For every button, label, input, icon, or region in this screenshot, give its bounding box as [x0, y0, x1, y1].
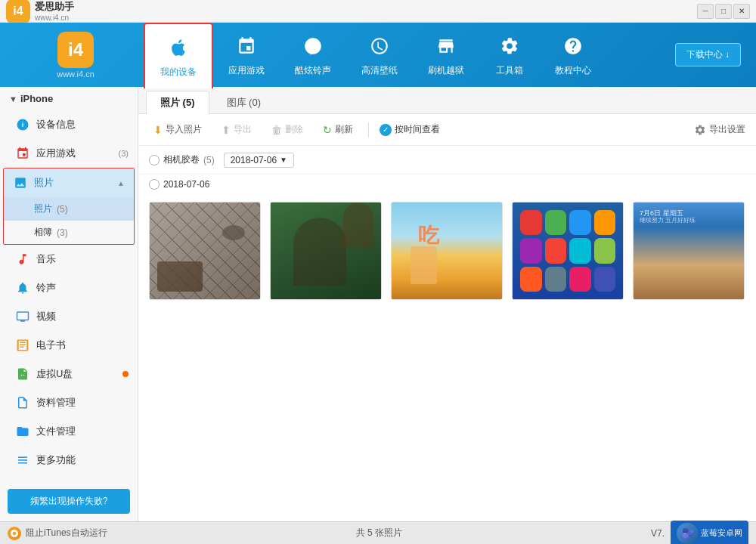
download-center-button[interactable]: 下载中心 ↓: [675, 43, 741, 66]
sidebar-item-music[interactable]: 音乐: [0, 245, 138, 274]
settings-icon: [694, 124, 706, 136]
apple-icon: [165, 34, 192, 61]
ebooks-icon: [15, 338, 30, 353]
sidebar-item-ebooks[interactable]: 电子书: [0, 331, 138, 360]
app-url: www.i4.cn: [35, 14, 74, 22]
nav-item-ringtones[interactable]: 酷炫铃声: [280, 23, 346, 87]
maximize-button[interactable]: □: [715, 4, 732, 19]
nav-item-app-games[interactable]: 应用游戏: [213, 23, 280, 87]
refresh-button[interactable]: ↻ 刷新: [318, 121, 358, 138]
nav-item-label-toolbox: 工具箱: [496, 64, 523, 77]
problem-button[interactable]: 频繁出现操作失败?: [8, 489, 130, 514]
toolbox-icon: [496, 32, 523, 60]
sidebar-more-features-label: 更多功能: [36, 453, 129, 467]
nav-item-wallpaper[interactable]: 高清壁纸: [346, 23, 413, 87]
camera-roll-radio-btn[interactable]: [149, 155, 160, 165]
main-panel: 照片 (5) 图库 (0) ⬇ 导入照片 ⬆ 导出 🗑 删除 ↻: [138, 87, 756, 521]
sidebar-item-data-manage[interactable]: 资料管理: [0, 388, 138, 417]
sidebar-sub-photos-count: (5): [57, 204, 68, 215]
app-logo-icon: i4: [6, 0, 30, 23]
close-button[interactable]: ✕: [733, 4, 750, 19]
logo-area: i4 www.i4.cn: [8, 32, 144, 79]
sidebar-item-virtual-udisk[interactable]: 虚拟U盘: [0, 360, 138, 388]
camera-roll-radio[interactable]: 相机胶卷 (5): [149, 153, 215, 166]
nav-item-my-device[interactable]: 我的设备: [144, 23, 213, 88]
itunes-bar[interactable]: 阻止iTunes自动运行: [8, 527, 107, 540]
nav-item-label-app-games: 应用游戏: [228, 64, 265, 77]
sidebar-photos-label: 照片: [34, 176, 111, 190]
date-radio[interactable]: 2018-07-06: [149, 179, 209, 190]
filter-row: 相机胶卷 (5) 2018-07-06 ▼: [138, 146, 756, 175]
sidebar-item-photos[interactable]: 照片 ▲: [4, 168, 134, 197]
file-manage-icon: [15, 424, 30, 439]
logo-area: 爱思助手 www.i4.cn: [35, 0, 74, 22]
sidebar-videos-label: 视频: [36, 310, 129, 323]
camera-roll-label: 相机胶卷: [163, 153, 200, 166]
sidebar-device-info-label: 设备信息: [36, 118, 129, 131]
ringtones-side-icon: [15, 280, 30, 295]
import-photos-button[interactable]: ⬇ 导入照片: [149, 121, 206, 138]
delete-button[interactable]: 🗑 删除: [267, 121, 308, 138]
virtual-udisk-badge: [122, 371, 129, 377]
mascot-icon: 🫐: [677, 523, 698, 544]
site-badge: 🫐 蓝莓安卓网: [671, 521, 748, 545]
photo-thumb-2[interactable]: [270, 202, 382, 300]
import-icon: ⬇: [153, 124, 163, 136]
date-header: 2018-07-06: [138, 175, 756, 194]
nav-item-tutorials[interactable]: 教程中心: [540, 23, 606, 87]
app-games-icon: [233, 32, 260, 60]
nav-item-toolbox[interactable]: 工具箱: [479, 23, 540, 87]
device-arrow-icon: ▼: [9, 94, 17, 104]
logo-text: i4: [13, 5, 23, 18]
export-settings-button[interactable]: 导出设置: [694, 123, 745, 136]
sidebar-apps-badge: (3): [119, 149, 129, 158]
export-button[interactable]: ⬆ 导出: [217, 121, 256, 138]
videos-icon: [15, 309, 30, 324]
tabs-bar: 照片 (5) 图库 (0): [138, 87, 756, 114]
sidebar-sub-albums-label: 相簿: [34, 226, 52, 239]
itunes-label: 阻止iTunes自动运行: [26, 527, 107, 539]
tab-gallery[interactable]: 图库 (0): [212, 91, 276, 114]
photo-thumb-1[interactable]: [149, 202, 261, 300]
photo-thumb-5[interactable]: 7月6日 星期五 继续努力 五月好好练: [633, 202, 745, 300]
nav-item-label-tutorials: 教程中心: [555, 64, 591, 77]
time-view-label: 按时间查看: [395, 123, 440, 136]
photos-icon: [13, 175, 28, 190]
tab-photos[interactable]: 照片 (5): [146, 91, 209, 114]
more-features-icon: [15, 453, 30, 468]
sidebar-device[interactable]: ▼ iPhone: [0, 87, 138, 110]
sidebar-sub-albums-count: (3): [57, 227, 68, 238]
nav-item-label-jailbreak: 刷机越狱: [428, 64, 464, 77]
sidebar-ebooks-label: 电子书: [36, 338, 129, 352]
delete-icon: 🗑: [271, 124, 282, 136]
sidebar-item-file-manage[interactable]: 文件管理: [0, 417, 138, 446]
export-icon: ⬆: [222, 124, 231, 136]
music-icon: [15, 252, 30, 267]
statusbar: 阻止iTunes自动运行 共 5 张照片 V7. 🫐 蓝莓安卓网: [0, 521, 756, 544]
sidebar-item-apps[interactable]: 应用游戏 (3): [0, 139, 138, 168]
photo-thumb-4[interactable]: [512, 202, 624, 300]
camera-roll-count: (5): [203, 155, 215, 165]
sidebar-sub-photos-label: 照片: [34, 202, 52, 215]
titlebar-left: i4 爱思助手 www.i4.cn: [6, 0, 74, 23]
sidebar-item-videos[interactable]: 视频: [0, 302, 138, 331]
delete-label: 删除: [285, 123, 303, 136]
nav-item-label-ringtones: 酷炫铃声: [295, 64, 331, 77]
itunes-icon: [8, 527, 21, 540]
sidebar-file-manage-label: 文件管理: [36, 425, 129, 438]
nav-item-jailbreak[interactable]: 刷机越狱: [413, 23, 479, 87]
time-view-checkmark: ✓: [380, 124, 392, 136]
sidebar-item-more-features[interactable]: 更多功能: [0, 446, 138, 474]
sidebar-sub-albums[interactable]: 相簿 (3): [4, 221, 134, 244]
import-label: 导入照片: [166, 123, 202, 136]
sidebar-item-ringtones[interactable]: 铃声: [0, 274, 138, 302]
time-view-checkbox[interactable]: ✓ 按时间查看: [380, 123, 440, 136]
sidebar-music-label: 音乐: [36, 252, 129, 266]
date-radio-btn[interactable]: [149, 179, 160, 190]
sidebar-item-device-info[interactable]: i 设备信息: [0, 110, 138, 139]
minimize-button[interactable]: ─: [697, 4, 714, 19]
date-select[interactable]: 2018-07-06 ▼: [224, 153, 294, 168]
sidebar-sub-photos[interactable]: 照片 (5): [4, 197, 134, 221]
photo-thumb-3[interactable]: 吃: [391, 202, 503, 300]
export-settings-label: 导出设置: [709, 123, 745, 136]
